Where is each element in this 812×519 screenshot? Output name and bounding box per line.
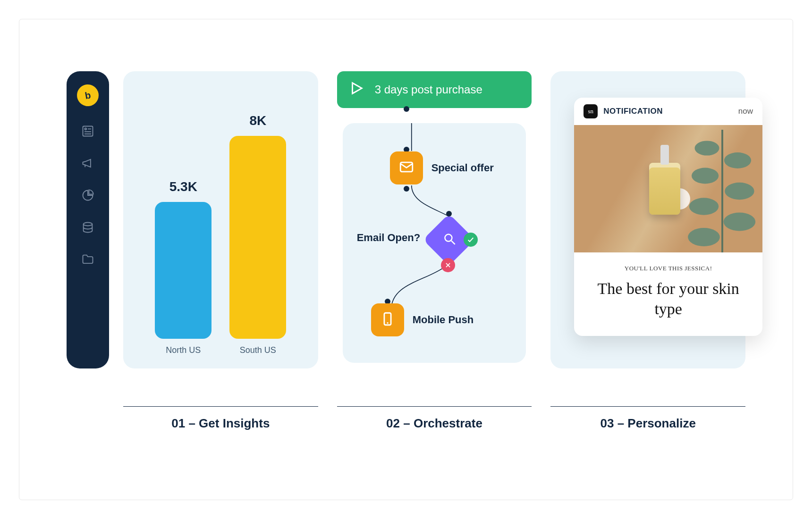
app-frame: b 5.3K North US [19, 19, 793, 500]
col-orchestrate: 3 days post purchase [337, 71, 532, 471]
play-icon [348, 80, 364, 99]
bar-group-north: 5.3K North US [155, 179, 211, 355]
decision-yes-badge [464, 233, 478, 247]
bar-value: 5.3K [169, 179, 197, 194]
folder-icon[interactable] [81, 252, 95, 267]
push-node-label: Mobile Push [413, 314, 474, 326]
flow-trigger-label: 3 days post purchase [375, 83, 482, 96]
logo-badge[interactable]: b [75, 83, 100, 108]
svg-marker-6 [352, 83, 362, 94]
svg-point-17 [725, 183, 754, 200]
bar-chart: 5.3K North US 8K South US [123, 113, 318, 355]
bar-north [155, 202, 211, 339]
flow-trigger[interactable]: 3 days post purchase [337, 71, 532, 108]
flow-body: Special offer Email Open? [343, 123, 526, 363]
flow-node-push[interactable]: Mobile Push [371, 303, 474, 336]
svg-point-19 [724, 213, 756, 231]
flow-dot [404, 106, 409, 112]
decision-label: Email Open? [357, 232, 420, 244]
svg-point-1 [85, 128, 86, 130]
search-icon [438, 229, 459, 250]
columns: 5.3K North US 8K South US 01 – Get Insig… [123, 71, 745, 471]
notification-image [574, 125, 762, 252]
bar-group-south: 8K South US [229, 113, 286, 355]
svg-point-18 [689, 198, 719, 215]
notification-header: sn NOTIFICATION now [574, 98, 762, 125]
bar-label: South US [240, 345, 276, 355]
dashboard-icon[interactable] [81, 124, 95, 138]
notification-title: NOTIFICATION [603, 107, 732, 116]
leaf-decoration [677, 130, 762, 252]
svg-rect-0 [83, 126, 93, 136]
pie-chart-icon[interactable] [81, 188, 95, 202]
caption-orchestrate: 02 – Orchestrate [337, 406, 532, 431]
svg-point-14 [695, 141, 719, 155]
notification-headline: The best for your skin type [589, 279, 747, 319]
caption-personalize: 03 – Personalize [550, 406, 745, 431]
svg-point-15 [724, 152, 751, 168]
svg-point-8 [445, 234, 452, 242]
email-node-box [390, 151, 423, 184]
col-personalize: sn NOTIFICATION now [550, 71, 745, 471]
mail-icon [398, 159, 414, 177]
svg-line-9 [451, 241, 455, 244]
svg-point-20 [688, 228, 720, 246]
panel-personalize: sn NOTIFICATION now [550, 71, 745, 368]
app-badge: sn [584, 104, 598, 118]
logo-glyph: b [84, 90, 92, 101]
bar-value: 8K [249, 113, 266, 128]
col-insights: 5.3K North US 8K South US 01 – Get Insig… [123, 71, 318, 471]
email-node-label: Special offer [431, 162, 494, 174]
product-bottle [649, 163, 680, 215]
notification-time: now [738, 107, 753, 116]
notification-eyebrow: YOU'LL LOVE THIS JESSICA! [589, 265, 747, 272]
megaphone-icon[interactable] [81, 156, 95, 170]
bar-label: North US [166, 345, 201, 355]
notification-card[interactable]: sn NOTIFICATION now [574, 98, 762, 336]
svg-point-5 [84, 223, 93, 226]
flow-dot [404, 186, 409, 192]
push-node-box [371, 303, 404, 336]
panel-orchestrate: 3 days post purchase [337, 71, 532, 368]
panel-insights: 5.3K North US 8K South US [123, 71, 318, 368]
decision-no-badge [441, 258, 455, 272]
notification-body: YOU'LL LOVE THIS JESSICA! The best for y… [574, 252, 762, 336]
flow-node-email[interactable]: Special offer [390, 151, 494, 184]
mobile-icon [380, 311, 396, 329]
database-icon[interactable] [81, 220, 95, 234]
sidebar: b [67, 71, 109, 368]
svg-point-16 [692, 168, 719, 184]
caption-insights: 01 – Get Insights [123, 406, 318, 431]
bar-south [229, 136, 286, 339]
